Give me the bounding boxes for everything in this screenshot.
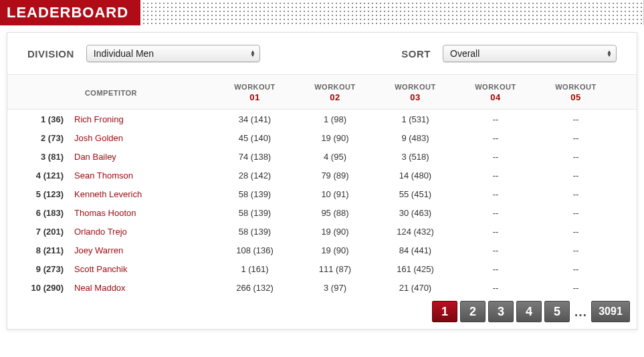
- workout-cell: --: [536, 170, 616, 181]
- rank-cell: 10 (290): [7, 283, 68, 293]
- workout-cell: 1 (98): [295, 114, 375, 124]
- page-ellipsis: …: [572, 304, 588, 320]
- rank-cell: 5 (123): [7, 189, 68, 199]
- workout-cell: --: [455, 114, 536, 124]
- page-button[interactable]: 1: [432, 301, 457, 322]
- workout-cell: 58 (139): [215, 208, 295, 218]
- competitor-name[interactable]: Rich Froning: [68, 114, 215, 124]
- competitor-name[interactable]: Sean Thomson: [68, 170, 215, 181]
- rank-cell: 4 (121): [7, 170, 68, 181]
- workout-cell: 19 (90): [295, 133, 375, 143]
- division-select-value: Individual Men: [94, 48, 154, 59]
- workout-cell: --: [455, 245, 536, 255]
- header-decoration: [140, 0, 644, 25]
- competitor-name[interactable]: Kenneth Leverich: [68, 189, 215, 199]
- workout-cell: 4 (95): [295, 152, 375, 162]
- workout-cell: 19 (90): [295, 227, 375, 237]
- workout-cell: 28 (142): [215, 170, 295, 181]
- workout-cell: 1 (531): [375, 114, 455, 124]
- sort-select-value: Overall: [450, 48, 479, 59]
- workout-cell: 21 (470): [375, 283, 455, 293]
- table-row: 10 (290)Neal Maddox266 (132)3 (97)21 (47…: [7, 278, 637, 297]
- rank-cell: 9 (273): [7, 264, 68, 274]
- workout-cell: --: [536, 283, 616, 293]
- table-body: 1 (36)Rich Froning34 (141)1 (98)1 (531)-…: [7, 110, 637, 297]
- workout-cell: 84 (441): [375, 245, 455, 255]
- table-row: 4 (121)Sean Thomson28 (142)79 (89)14 (48…: [7, 166, 637, 185]
- rank-cell: 3 (81): [7, 152, 68, 162]
- column-header-workout-02[interactable]: WORKOUT 02: [295, 83, 375, 102]
- competitor-name[interactable]: Scott Panchik: [68, 264, 215, 274]
- pagination: 12345…3091: [7, 297, 637, 329]
- competitor-name[interactable]: Dan Bailey: [68, 152, 215, 162]
- workout-cell: --: [536, 245, 616, 255]
- table-row: 7 (201)Orlando Trejo58 (139)19 (90)124 (…: [7, 222, 637, 241]
- rank-cell: 1 (36): [7, 114, 68, 124]
- page-title: LEADERBOARD: [0, 0, 140, 25]
- workout-cell: --: [455, 283, 536, 293]
- page-header: LEADERBOARD: [0, 0, 644, 25]
- competitor-name[interactable]: Joey Warren: [68, 245, 215, 255]
- column-header-workout-03[interactable]: WORKOUT 03: [375, 83, 455, 102]
- page-button-last[interactable]: 3091: [591, 301, 630, 322]
- workout-cell: 10 (91): [295, 189, 375, 199]
- workout-cell: --: [455, 227, 536, 237]
- workout-cell: --: [536, 264, 616, 274]
- workout-cell: --: [536, 189, 616, 199]
- table-row: 5 (123)Kenneth Leverich58 (139)10 (91)55…: [7, 185, 637, 203]
- workout-cell: 30 (463): [375, 208, 455, 218]
- workout-cell: 79 (89): [295, 170, 375, 181]
- leaderboard-panel: DIVISION Individual Men ▲▼ SORT Overall …: [7, 32, 637, 330]
- workout-cell: 266 (132): [215, 283, 295, 293]
- division-label: DIVISION: [27, 48, 74, 60]
- workout-cell: 45 (140): [215, 133, 295, 143]
- table-row: 8 (211)Joey Warren108 (136)19 (90)84 (44…: [7, 241, 637, 259]
- sort-label: SORT: [401, 48, 431, 60]
- controls-bar: DIVISION Individual Men ▲▼ SORT Overall …: [7, 33, 637, 74]
- rank-cell: 6 (183): [7, 208, 68, 218]
- table-row: 1 (36)Rich Froning34 (141)1 (98)1 (531)-…: [7, 110, 637, 128]
- workout-cell: --: [536, 114, 616, 124]
- workout-cell: 19 (90): [295, 245, 375, 255]
- workout-cell: 95 (88): [295, 208, 375, 218]
- competitor-name[interactable]: Thomas Hooton: [68, 208, 215, 218]
- page-button[interactable]: 4: [516, 301, 542, 322]
- table-header: COMPETITOR WORKOUT 01 WORKOUT 02 WORKOUT…: [7, 74, 637, 110]
- workout-cell: --: [536, 133, 616, 143]
- column-header-workout-01[interactable]: WORKOUT 01: [215, 83, 295, 102]
- workout-cell: --: [536, 152, 616, 162]
- table-row: 9 (273)Scott Panchik1 (161)111 (87)161 (…: [7, 259, 637, 278]
- workout-cell: 3 (518): [375, 152, 455, 162]
- workout-cell: 74 (138): [215, 152, 295, 162]
- table-row: 3 (81)Dan Bailey74 (138)4 (95)3 (518)---…: [7, 147, 637, 166]
- workout-cell: 58 (139): [215, 227, 295, 237]
- workout-cell: --: [536, 208, 616, 218]
- page-button[interactable]: 3: [488, 301, 514, 322]
- competitor-name[interactable]: Orlando Trejo: [68, 227, 215, 237]
- page-button[interactable]: 5: [544, 301, 570, 322]
- workout-cell: 108 (136): [215, 245, 295, 255]
- workout-cell: --: [455, 170, 536, 181]
- page-button[interactable]: 2: [460, 301, 486, 322]
- sort-select[interactable]: Overall ▲▼: [443, 45, 617, 62]
- column-header-competitor: COMPETITOR: [7, 89, 215, 97]
- chevron-updown-icon: ▲▼: [250, 50, 255, 57]
- workout-cell: 34 (141): [215, 114, 295, 124]
- chevron-updown-icon: ▲▼: [607, 50, 612, 57]
- workout-cell: 1 (161): [215, 264, 295, 274]
- workout-cell: --: [455, 264, 536, 274]
- rank-cell: 2 (73): [7, 133, 68, 143]
- workout-cell: --: [455, 189, 536, 199]
- workout-cell: --: [455, 152, 536, 162]
- workout-cell: 14 (480): [375, 170, 455, 181]
- workout-cell: 58 (139): [215, 189, 295, 199]
- column-header-workout-04[interactable]: WORKOUT 04: [455, 83, 536, 102]
- column-header-workout-05[interactable]: WORKOUT 05: [536, 83, 616, 102]
- workout-cell: 9 (483): [375, 133, 455, 143]
- competitor-name[interactable]: Neal Maddox: [68, 283, 215, 293]
- division-select[interactable]: Individual Men ▲▼: [86, 45, 260, 62]
- workout-cell: 55 (451): [375, 189, 455, 199]
- table-row: 2 (73)Josh Golden45 (140)19 (90)9 (483)-…: [7, 128, 637, 147]
- workout-cell: --: [455, 133, 536, 143]
- competitor-name[interactable]: Josh Golden: [68, 133, 215, 143]
